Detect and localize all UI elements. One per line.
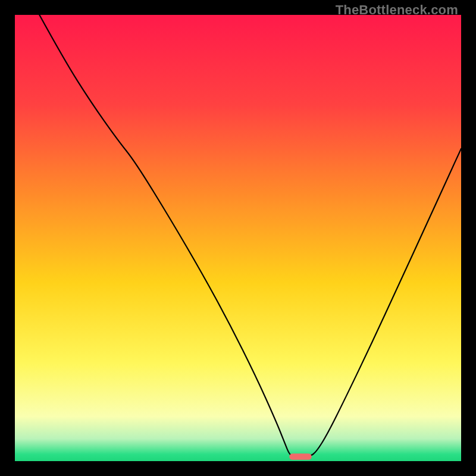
optimum-marker [289, 453, 312, 460]
bottleneck-chart [15, 15, 461, 461]
watermark-text: TheBottleneck.com [336, 2, 458, 18]
chart-frame [15, 15, 461, 461]
plot-background [15, 15, 461, 461]
